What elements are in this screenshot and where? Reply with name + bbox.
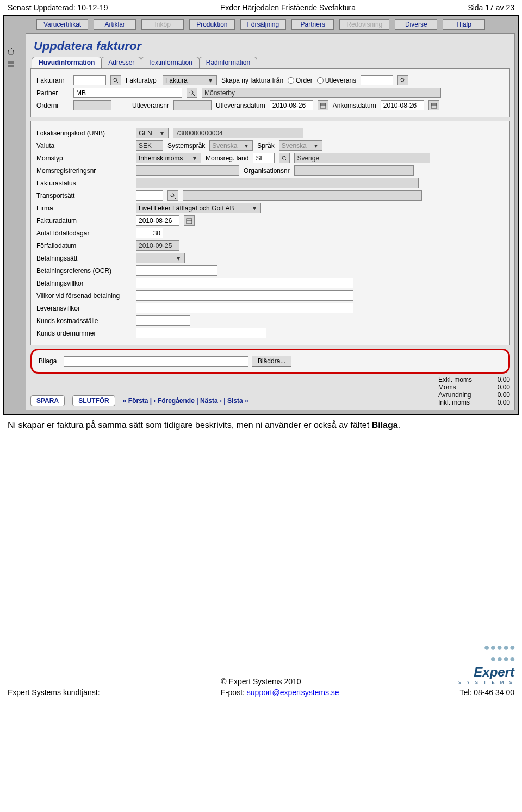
search-icon[interactable] [397,75,408,85]
radio-utleverans[interactable]: Utleverans [317,77,356,84]
antal-input[interactable] [136,228,163,238]
betvill-input[interactable] [136,278,353,288]
ankomstdatum-label: Ankomstdatum [333,102,376,109]
svg-line-1 [117,82,119,83]
tab-strip: Huvudinformation Adresser Textinformatio… [26,57,514,68]
utleveransnr-label: Utleveransnr [132,102,169,109]
utleveransdatum-label: Utleveransdatum [216,102,265,109]
svg-line-13 [174,197,176,199]
svg-rect-14 [187,219,192,224]
forsenad-input[interactable] [136,290,353,301]
kundorder-label: Kunds ordernummer [36,330,132,337]
svg-point-12 [171,194,174,197]
moms-label: Moms [438,383,486,391]
app-shell: Varucertifikat Artiklar Inköp Produktion… [3,15,519,415]
orgnr-label: Organisationsnr [244,167,290,175]
firma-select[interactable]: Livet Leker Lättlagat och Gott AB▾ [136,203,261,213]
partner-label: Partner [36,89,69,97]
copyright: © Expert Systems 2010 [8,677,514,686]
tab-radinformation[interactable]: Radinformation [199,57,257,68]
list-icon[interactable] [7,60,15,71]
ordernr-input [73,100,111,110]
support-email-link[interactable]: support@expertsystems.se [247,688,339,697]
calendar-icon[interactable] [184,215,195,226]
main-panel: Lokaliseringskod (UNB) GLN▾ Valuta Syste… [30,121,510,345]
betsatt-select[interactable]: ▾ [136,253,185,263]
fakturanr-input[interactable] [73,75,106,85]
fakturatyp-select[interactable]: Faktura▾ [163,75,217,85]
kundorder-input[interactable] [136,328,266,338]
tab-textinformation[interactable]: Textinformation [141,57,199,68]
search-icon[interactable] [279,153,290,163]
calendar-icon[interactable] [318,100,328,110]
moms-value: 0.00 [490,383,510,391]
kost-input[interactable] [136,315,190,326]
menu-hjalp[interactable]: Hjälp [443,19,485,30]
bilaga-panel: Bilaga Bläddra... [30,349,510,374]
search-icon[interactable] [110,75,121,85]
status-label: Fakturastatus [36,179,132,187]
tab-huvudinformation[interactable]: Huvudinformation [32,57,102,68]
partner-input[interactable] [73,88,182,98]
inkl-label: Inkl. moms [438,399,486,406]
ankomstdatum-input[interactable] [381,100,424,110]
utleveransdatum-input[interactable] [270,100,313,110]
levvill-input[interactable] [136,303,353,313]
menu-forsaljning[interactable]: Försäljning [240,19,287,30]
svg-line-11 [285,159,287,161]
svg-line-3 [404,82,406,83]
menu-produktion[interactable]: Produktion [189,19,234,30]
search-icon[interactable] [187,88,197,98]
browse-button[interactable]: Bläddra... [252,356,291,367]
tab-adresser[interactable]: Adresser [101,57,141,68]
menu-diverse[interactable]: Diverse [395,19,437,30]
transport-input[interactable] [136,190,163,201]
slutfor-button[interactable]: SLUTFÖR [72,395,115,406]
doc-title: Exder Härjedalen Fristående Svefaktura [220,3,356,12]
top-panel: Fakturanr Fakturatyp Faktura▾ Skapa ny f… [30,68,510,117]
forfall-input [136,240,179,251]
lok-label: Lokaliseringskod (UNB) [36,129,132,137]
ocr-input[interactable] [136,265,217,276]
ny-fran-label: Skapa ny faktura från [221,77,283,84]
momstyp-select[interactable]: Inhemsk moms▾ [136,153,201,163]
inkl-value: 0.00 [490,399,510,406]
sidebar-icons [7,47,15,71]
menu-varucertifikat[interactable]: Varucertifikat [36,19,88,30]
menu-redovisning: Redovisning [339,19,389,30]
exkl-label: Exkl. moms [438,376,486,383]
menu-inkop: Inköp [141,19,184,30]
svg-point-2 [401,78,404,82]
fakturadatum-input[interactable] [136,215,179,226]
search-icon[interactable] [167,190,178,201]
svg-point-10 [282,156,285,159]
forfall-label: Förfallodatum [36,242,132,250]
lok-value [173,128,303,138]
home-icon[interactable] [7,47,15,57]
antal-label: Antal förfallodagar [36,230,132,237]
momsreg-land-name [294,153,430,163]
calendar-icon[interactable] [428,100,439,110]
spara-button[interactable]: SPARA [30,395,65,406]
footer-right: Tel: 08-46 34 00 [460,688,514,697]
ny-fran-input[interactable] [361,75,393,85]
spr-select: Svenska▾ [279,140,322,151]
exkl-value: 0.00 [490,376,510,383]
momsreg-land-label: Momsreg. land [206,154,248,162]
menu-partners[interactable]: Partners [291,19,334,30]
bottom-bar: SPARA SLUTFÖR « Första | ‹ Föregående | … [30,376,510,406]
orgnr-input [294,165,414,176]
page-indicator: Sida 17 av 23 [468,3,514,12]
pager[interactable]: « Första | ‹ Föregående | Nästa › | Sist… [123,397,248,405]
content-area: Uppdatera fakturor Huvudinformation Adre… [26,33,515,410]
transport-name [183,190,422,201]
radio-order[interactable]: Order [288,77,313,84]
svg-rect-6 [320,103,326,108]
forsenad-label: Villkor vid försenad betalning [36,292,132,300]
menu-artiklar[interactable]: Artiklar [94,19,136,30]
bilaga-label: Bilaga [39,357,60,365]
bilaga-input[interactable] [64,356,248,367]
page-title: Uppdatera fakturor [26,34,514,57]
lok-type-select[interactable]: GLN▾ [136,128,169,138]
momsreg-land-input[interactable] [253,153,275,163]
